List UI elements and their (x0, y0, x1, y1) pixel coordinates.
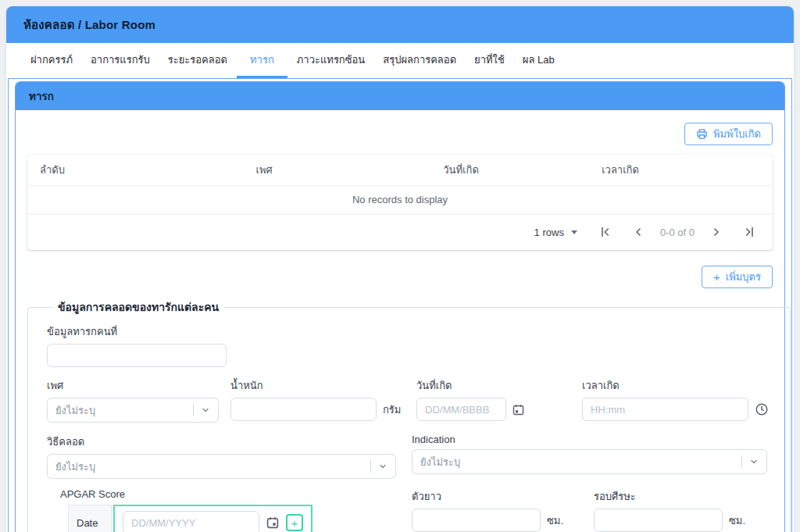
child-number-input[interactable] (47, 344, 227, 367)
chevron-down-icon (571, 230, 577, 234)
length-unit: ซม. (547, 512, 563, 529)
next-page-button[interactable] (707, 223, 726, 241)
previous-page-button[interactable] (629, 223, 648, 241)
page-range-text: 0-0 of 0 (660, 227, 695, 238)
pager-controls: 0-0 of 0 (596, 223, 759, 241)
tab-infant[interactable]: ทารก (237, 43, 288, 78)
tab-labor-stage[interactable]: ระยะรอคลอด (159, 43, 236, 78)
column-header-sex: เพศ (256, 162, 444, 178)
apgar-table: Date (68, 505, 412, 532)
delivery-method-select[interactable]: ยังไม่ระบุ (47, 454, 396, 479)
sex-select[interactable]: ยังไม่ระบุ (47, 398, 219, 423)
child-number-group: ข้อมูลทารกคนที่ (47, 323, 227, 367)
table-header-row: ลำดับ เพศ วันที่เกิด เวลาเกิด (27, 155, 773, 186)
apgar-date-cell: + (113, 505, 312, 532)
chevron-down-icon (749, 457, 759, 466)
weight-label: น้ำหนัก (230, 377, 406, 394)
indication-label: Indication (412, 434, 767, 445)
tab-bar: ฝากครรภ์ อาการแรกรับ ระยะรอคลอด ทารก ภาว… (6, 43, 794, 78)
head-circumference-input[interactable] (594, 509, 723, 532)
pagination-bar: 1 rows 0-0 of 0 (27, 215, 773, 250)
infant-section: ทารก พิมพ์ใบเกิด (15, 81, 785, 532)
clock-icon[interactable] (755, 402, 769, 416)
infant-records-table: ลำดับ เพศ วันที่เกิด เวลาเกิด No records… (27, 155, 773, 250)
birth-time-group: เวลาเกิด (582, 377, 771, 421)
form-row-4: APGAR Score Date (47, 488, 771, 532)
print-birth-certificate-button[interactable]: พิมพ์ใบเกิด (684, 123, 773, 145)
printer-icon (696, 128, 708, 140)
weight-group: น้ำหนัก กรัม (230, 377, 406, 421)
tab-complications[interactable]: ภาวะแทรกซ้อน (288, 43, 373, 78)
add-child-row: + เพิ่มบุตร (27, 266, 773, 288)
delivery-method-group: วิธีคลอด ยังไม่ระบุ (47, 434, 396, 479)
apgar-row-label: Date (68, 505, 112, 532)
tab-antenatal[interactable]: ฝากครรภ์ (22, 43, 81, 78)
fieldset-legend: ข้อมูลการคลอดของทารักแต่ละคน (52, 298, 224, 316)
empty-state-text: No records to display (27, 186, 773, 215)
birth-date-label: วันที่เกิด (416, 377, 527, 394)
toolbar-row: พิมพ์ใบเกิด (27, 123, 773, 145)
window-header: ห้องคลอด / Labor Room (6, 6, 794, 43)
rows-per-page-value: 1 rows (534, 227, 564, 238)
length-group: ตัวยาว ซม. (412, 488, 569, 532)
apgar-row-date: Date (68, 505, 412, 532)
weight-input[interactable] (230, 398, 377, 421)
tab-content-panel: ทารก พิมพ์ใบเกิด (8, 78, 792, 532)
chevron-down-icon (378, 462, 388, 471)
measurements-block: ตัวยาว ซม. รอบศีรษะ (412, 488, 771, 532)
head-circumference-unit: ซม. (729, 512, 745, 529)
form-row-2: เพศ ยังไม่ระบุ น้ำหนัก (47, 377, 771, 423)
birth-date-group: วันที่เกิด (416, 377, 527, 421)
section-title: ทารก (29, 87, 54, 105)
sex-label: เพศ (47, 377, 219, 394)
tab-lab-results[interactable]: ผล Lab (514, 43, 563, 78)
column-header-birth-time: เวลาเกิด (602, 162, 760, 178)
infant-section-header: ทารก (16, 82, 784, 110)
page-title: ห้องคลอด / Labor Room (23, 16, 155, 34)
apgar-date-input[interactable] (123, 511, 259, 532)
tab-medications[interactable]: ยาที่ใช้ (466, 43, 513, 78)
chevron-down-icon (201, 405, 210, 415)
apgar-block: APGAR Score Date (47, 488, 412, 532)
birth-time-label: เวลาเกิด (582, 377, 771, 394)
add-child-button[interactable]: + เพิ่มบุตร (702, 266, 773, 288)
calendar-icon[interactable] (266, 516, 280, 530)
measure-row-1: ตัวยาว ซม. รอบศีรษะ (412, 488, 771, 532)
indication-group: Indication ยังไม่ระบุ (412, 434, 767, 474)
calendar-icon[interactable] (512, 403, 525, 416)
head-circumference-group: รอบศีรษะ ซม. (594, 488, 751, 532)
last-page-button[interactable] (740, 223, 759, 241)
first-page-button[interactable] (596, 223, 615, 241)
infant-section-body: พิมพ์ใบเกิด ลำดับ เพศ วันที่เกิด เวลาเกิ… (16, 110, 784, 532)
plus-icon: + (291, 517, 298, 529)
plus-icon: + (713, 271, 720, 283)
form-row-3: วิธีคลอด ยังไม่ระบุ Indication (47, 434, 771, 479)
length-input[interactable] (412, 509, 541, 532)
tab-delivery-summary[interactable]: สรุปผลการคลอด (374, 43, 465, 78)
column-header-birth-date: วันที่เกิด (443, 162, 602, 178)
head-circumference-label: รอบศีรษะ (594, 488, 751, 505)
birth-time-input[interactable] (582, 398, 748, 421)
labor-room-window: ห้องคลอด / Labor Room ฝากครรภ์ อาการแรกร… (6, 6, 794, 532)
delivery-method-label: วิธีคลอด (47, 434, 396, 450)
rows-per-page-select[interactable]: 1 rows (534, 227, 577, 238)
indication-select[interactable]: ยังไม่ระบุ (412, 449, 767, 474)
child-number-label: ข้อมูลทารกคนที่ (47, 323, 227, 340)
sex-group: เพศ ยังไม่ระบุ (47, 377, 219, 423)
apgar-title: APGAR Score (60, 488, 412, 500)
tab-admission-symptoms[interactable]: อาการแรกรับ (82, 43, 159, 78)
birth-date-input[interactable] (416, 398, 506, 421)
apgar-add-column-button[interactable]: + (286, 514, 303, 531)
column-header-order: ลำดับ (40, 162, 256, 178)
length-label: ตัวยาว (412, 488, 569, 505)
birth-data-fieldset: ข้อมูลการคลอดของทารักแต่ละคน ข้อมูลทารกค… (27, 298, 791, 532)
weight-unit: กรัม (383, 402, 401, 418)
